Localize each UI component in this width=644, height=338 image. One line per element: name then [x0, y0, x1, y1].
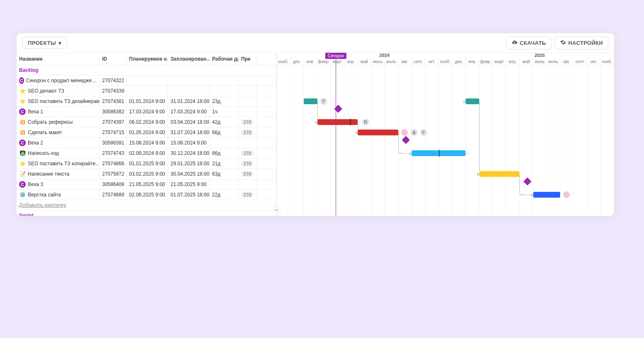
task-start: 06.02.2024 9:00	[127, 117, 168, 127]
table-row[interactable]: ССинхрон с продакт-менедже…27074322	[17, 76, 276, 86]
task-grid: Название ID Планируемое н… Запланирован……	[17, 53, 277, 216]
download-label: СКАЧАТЬ	[520, 40, 546, 46]
today-line	[336, 53, 336, 216]
col-name[interactable]: Название	[17, 53, 100, 65]
task-name: Собрать рефернсы	[28, 119, 73, 125]
task-name: Написать код	[28, 150, 59, 156]
month-label: авг.	[398, 59, 412, 65]
star-icon: ⭐	[19, 98, 26, 105]
month-label: май	[358, 59, 371, 65]
col-id[interactable]: ID	[100, 53, 127, 65]
task-end: 30.04.2025 18:00	[168, 169, 210, 179]
projects-label: ПРОЕКТЫ	[28, 40, 56, 46]
gantt-bar[interactable]	[479, 171, 520, 177]
task-prev	[239, 138, 257, 148]
task-id: 27074381	[100, 96, 127, 106]
task-end: 03.04.2024 18:00	[168, 117, 210, 127]
download-button[interactable]: СКАЧАТЬ	[506, 37, 551, 49]
task-id: 27074866	[100, 159, 127, 169]
task-id: 30586391	[100, 138, 127, 148]
task-start: 02.06.2025 9:00	[127, 190, 168, 200]
prev-badge: 270	[241, 192, 254, 198]
task-name: SEO поставить ТЗ дизайнерам	[28, 98, 100, 104]
group-sprint[interactable]: Sprint	[17, 211, 276, 216]
gantt-chart[interactable]: 20242025 нояб.дек.янв.февр.мартапр.майию…	[277, 53, 614, 216]
group-backlog[interactable]: Backlog	[17, 65, 276, 76]
month-label: февр.	[317, 59, 331, 65]
month-label: сент.	[412, 59, 425, 65]
task-name: Написание текста	[28, 171, 69, 177]
task-id: 27074743	[100, 148, 127, 158]
task-end: 01.07.2025 18:00	[168, 190, 210, 200]
task-duration: 86д	[210, 148, 239, 158]
task-duration: 21д	[210, 159, 239, 169]
task-name: Веха 2	[28, 140, 43, 146]
table-row[interactable]: ⚙️Верстка сайта2707488902.06.2025 9:0001…	[17, 190, 276, 200]
task-end: 31.07.2024 18:00	[168, 127, 210, 137]
task-prev	[239, 86, 257, 96]
task-id: 27074397	[100, 117, 127, 127]
task-duration: 1ч	[210, 107, 239, 117]
task-prev: 270	[239, 148, 257, 158]
table-row[interactable]: СВеха 33058640921.05.2025 9:0021.05.2025…	[17, 179, 276, 190]
gantt-bar[interactable]	[533, 192, 560, 198]
avatar: П	[362, 118, 369, 126]
task-start: 02.09.2024 9:00	[127, 148, 168, 158]
task-id: 27074889	[100, 190, 127, 200]
month-label: окт.	[587, 59, 601, 65]
table-row[interactable]: 🧑‍💻Написать код2707474302.09.2024 9:0030…	[17, 148, 276, 159]
month-label: авг.	[560, 59, 574, 65]
task-start: 03.02.2025 9:00	[127, 169, 168, 179]
settings-button[interactable]: НАСТРОЙКИ	[555, 37, 608, 49]
task-end	[168, 76, 210, 86]
month-label: февр.	[479, 59, 493, 65]
task-duration	[210, 138, 239, 148]
gantt-bar[interactable]	[358, 130, 398, 135]
task-id: 30586409	[100, 179, 127, 189]
prev-badge: 270	[241, 119, 254, 125]
task-end: 15.08.2024 9:00	[168, 138, 210, 148]
toolbar: ПРОЕКТЫ ▾ СКАЧАТЬ НАСТРОЙКИ	[17, 33, 614, 52]
task-end: 29.01.2025 18:00	[168, 159, 210, 169]
month-label: май	[520, 59, 533, 65]
col-prev[interactable]: Пре	[239, 53, 257, 65]
col-planned-end[interactable]: Запланирован…	[168, 53, 210, 65]
task-name: SEO поставить ТЗ копирайте…	[28, 161, 100, 167]
task-prev	[239, 76, 257, 86]
table-row[interactable]: 💥Собрать рефернсы2707439706.02.2024 9:00…	[17, 117, 276, 127]
month-label: март	[493, 59, 506, 65]
table-row[interactable]: ⭐SEO поставить ТЗ дизайнерам2707438101.0…	[17, 96, 276, 107]
gantt-bar[interactable]	[317, 119, 358, 125]
prev-badge: 270	[241, 161, 254, 167]
task-prev: 270	[239, 127, 257, 137]
add-card-link[interactable]: Добавить карточку	[17, 200, 276, 211]
avatar: Г	[320, 98, 327, 105]
month-label: янв.	[466, 59, 479, 65]
table-row[interactable]: СВеха 23058639115.08.2024 9:0015.08.2024…	[17, 138, 276, 148]
col-planned-start[interactable]: Планируемое н…	[127, 53, 168, 65]
month-label: июнь	[371, 59, 385, 65]
today-label: Сегодня	[325, 53, 346, 59]
month-label: янв.	[304, 59, 317, 65]
task-name: Веха 1	[28, 109, 43, 115]
month-label: апр.	[344, 59, 358, 65]
task-name: Сделать макет	[28, 130, 62, 135]
month-label: июнь	[533, 59, 547, 65]
projects-dropdown[interactable]: ПРОЕКТЫ ▾	[22, 37, 67, 49]
collision-icon: 💥	[19, 119, 26, 125]
gantt-bar[interactable]	[466, 98, 479, 104]
col-duration[interactable]: Рабочая длите…	[210, 53, 239, 65]
grid-header-row: Название ID Планируемое н… Запланирован……	[17, 53, 276, 65]
memo-icon: 📝	[19, 171, 26, 177]
gantt-bar[interactable]	[304, 98, 317, 104]
column-splitter[interactable]: ⇔	[273, 206, 281, 213]
task-prev: 270	[239, 190, 257, 200]
table-row[interactable]: СВеха 13058638217.03.2024 9:0017.03.2024…	[17, 107, 276, 117]
task-end: 17.03.2024 9:00	[168, 107, 210, 117]
table-row[interactable]: ⭐SEO поставить ТЗ копирайте…2707486601.0…	[17, 159, 276, 169]
table-row[interactable]: ⭐SEO делают ТЗ27074339	[17, 86, 276, 96]
task-prev	[239, 96, 257, 106]
table-row[interactable]: 💥Сделать макет2707471501.05.2024 9:0031.…	[17, 127, 276, 138]
table-row[interactable]: 📝Написание текста2707597203.02.2025 9:00…	[17, 169, 276, 179]
task-prev: 270	[239, 159, 257, 169]
